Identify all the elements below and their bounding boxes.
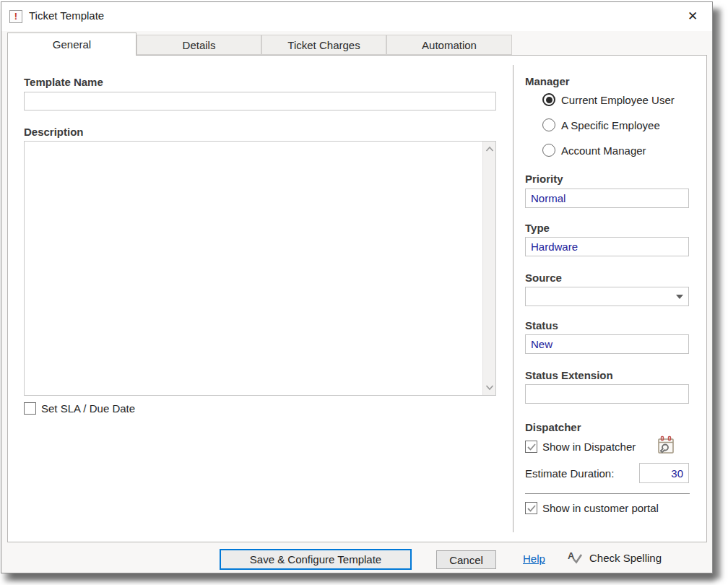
estimate-duration-label: Estimate Duration: [525, 467, 614, 480]
close-icon[interactable]: ✕ [683, 8, 702, 25]
check-spelling-label: Check Spelling [589, 552, 662, 564]
show-in-dispatcher-checkbox[interactable]: Show in Dispatcher [525, 441, 636, 453]
title-bar: ! Ticket Template ✕ [1, 2, 712, 31]
source-select[interactable] [525, 287, 689, 306]
description-scrollbar[interactable] [482, 142, 495, 395]
manager-label: Manager [525, 75, 570, 87]
show-in-dispatcher-label: Show in Dispatcher [542, 441, 636, 453]
cancel-button[interactable]: Cancel [436, 550, 496, 569]
general-tab-panel: Template Name Description Set SLA / Due … [7, 55, 707, 542]
ticket-alert-icon: ! [9, 10, 22, 23]
template-name-label: Template Name [24, 76, 103, 88]
estimate-duration-input[interactable] [639, 463, 689, 483]
show-in-customer-portal-checkbox[interactable]: Show in customer portal [525, 502, 659, 514]
set-sla-checkbox-box[interactable] [24, 402, 36, 415]
tab-details-label: Details [183, 39, 216, 51]
source-dropdown-arrow-icon[interactable] [676, 295, 683, 299]
type-label: Type [525, 222, 550, 234]
status-extension-label: Status Extension [525, 369, 613, 381]
radio-a-specific-employee-label: A Specific Employee [561, 119, 660, 131]
description-label: Description [24, 126, 84, 138]
set-sla-checkbox[interactable]: Set SLA / Due Date [24, 402, 135, 415]
radio-current-employee-user-dot[interactable] [542, 93, 555, 106]
status-label: Status [525, 319, 558, 332]
ticket-template-dialog: ! Ticket Template ✕ General Details Tick… [1, 1, 713, 573]
tab-ticket-charges[interactable]: Ticket Charges [261, 35, 386, 55]
dispatcher-section-divider [525, 493, 690, 494]
tab-general[interactable]: General [7, 32, 136, 56]
template-name-input[interactable] [24, 92, 496, 110]
help-link[interactable]: Help [523, 552, 545, 565]
radio-a-specific-employee[interactable]: A Specific Employee [542, 118, 660, 131]
radio-a-specific-employee-dot[interactable] [542, 118, 555, 131]
type-input[interactable] [525, 237, 689, 256]
tab-ticket-charges-label: Ticket Charges [287, 39, 360, 51]
priority-label: Priority [525, 173, 563, 185]
description-textarea-wrapper [24, 141, 496, 396]
radio-account-manager-label: Account Manager [561, 144, 646, 157]
show-in-dispatcher-checkbox-box[interactable] [525, 441, 537, 453]
spell-check-icon: A [567, 550, 583, 566]
radio-current-employee-user[interactable]: Current Employee User [542, 93, 675, 106]
radio-account-manager[interactable]: Account Manager [542, 144, 646, 157]
tab-automation-label: Automation [422, 39, 477, 51]
window-title: Ticket Template [29, 9, 104, 22]
tab-general-label: General [53, 38, 91, 51]
dispatcher-settings-icon[interactable] [656, 436, 675, 456]
tab-details[interactable]: Details [136, 35, 261, 55]
scroll-down-icon[interactable] [485, 384, 494, 391]
set-sla-label: Set SLA / Due Date [41, 402, 135, 415]
status-extension-input[interactable] [525, 384, 689, 404]
priority-input[interactable] [525, 188, 689, 208]
show-in-customer-portal-checkbox-box[interactable] [525, 502, 537, 514]
check-spelling-button[interactable]: A Check Spelling [567, 550, 662, 566]
show-in-customer-portal-label: Show in customer portal [542, 502, 659, 514]
dispatcher-label: Dispatcher [525, 421, 581, 433]
tab-automation[interactable]: Automation [386, 35, 512, 55]
scroll-up-icon[interactable] [485, 146, 494, 152]
description-input[interactable] [25, 142, 482, 395]
column-divider [513, 65, 514, 532]
save-configure-template-button[interactable]: Save & Configure Template [220, 549, 412, 570]
status-input[interactable] [525, 334, 689, 354]
radio-current-employee-user-label: Current Employee User [561, 94, 675, 106]
radio-account-manager-dot[interactable] [542, 144, 555, 157]
source-label: Source [525, 272, 562, 284]
